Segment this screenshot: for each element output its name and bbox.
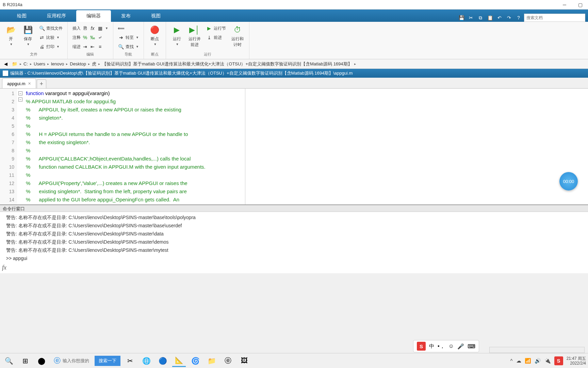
taskbar-search[interactable]: ⓔ 输入你想搜的	[51, 356, 92, 365]
run-advance-icon: ▶│	[189, 25, 200, 35]
save-button[interactable]: 💾 保存 ▼	[20, 24, 35, 47]
tab-editor[interactable]: 编辑器	[76, 10, 111, 22]
minimize-button[interactable]: ─	[559, 1, 570, 8]
run-time-button[interactable]: ⏱ 运行和 计时	[229, 24, 246, 48]
close-tab-icon[interactable]: ×	[28, 81, 31, 86]
find-button[interactable]: 🔍查找▼	[117, 42, 140, 51]
main-tab-row: 绘图 应用程序 编辑器 发布 视图 💾 ✂ ⧉ 📋 ↶ ↷ ?	[0, 10, 588, 22]
findfiles-button[interactable]: 🔍查找文件	[37, 24, 64, 33]
add-tab-button[interactable]: +	[37, 79, 46, 88]
quick-cut-icon[interactable]: ✂	[467, 14, 475, 22]
ime-tray-icon[interactable]: S	[554, 356, 563, 365]
back-icon[interactable]: ◀	[2, 60, 10, 68]
sogou-ime-icon[interactable]: S	[417, 342, 426, 351]
code-editor[interactable]: 1234567891011121314 − − function varargo…	[0, 89, 588, 204]
nav-back-button[interactable]: ⟸	[117, 24, 140, 33]
tab-view[interactable]: 视图	[141, 10, 171, 22]
obs-icon[interactable]: ⬤	[35, 355, 48, 367]
indent-icon: ⇥	[82, 44, 88, 50]
ime-punct-icon[interactable]: •，	[438, 343, 445, 350]
editor-title: 编辑器 - C:\Users\lenovo\Desktop\虎\【验证码识别】基…	[10, 70, 353, 76]
matlab-icon[interactable]: 📐	[172, 355, 186, 367]
goto-button[interactable]: ➜转至▼	[117, 33, 140, 42]
app-icon-1[interactable]: ✂	[123, 355, 137, 367]
run-advance-button[interactable]: ▶│ 运行并 前进	[186, 24, 203, 48]
code-content[interactable]: function varargout = appgui(varargin)% A…	[24, 89, 588, 204]
run-section-button[interactable]: ▶运行节	[205, 24, 227, 33]
maximize-button[interactable]: ▢	[575, 1, 585, 8]
search-button[interactable]: 搜索一下	[95, 356, 120, 366]
breakpoint-icon: 🔴	[149, 25, 160, 35]
run-button[interactable]: ▶ 运行 ▼	[169, 24, 184, 47]
volume-icon[interactable]: 🔊	[535, 358, 541, 364]
smart-indent-icon: ≡	[97, 44, 103, 50]
run-time-icon: ⏱	[232, 25, 243, 35]
tray-chevron-icon[interactable]: ^	[510, 358, 513, 364]
tab-publish[interactable]: 发布	[111, 10, 141, 22]
timer-badge[interactable]: 00:00	[559, 172, 578, 190]
breakpoints-button[interactable]: 🔴 断点 ▼	[147, 24, 162, 47]
search-docs-input[interactable]	[524, 14, 585, 22]
comment-button[interactable]: 注释 % ‰ ⤶	[71, 33, 110, 42]
insert-icon: ▦	[97, 25, 103, 31]
file-tab-appgui[interactable]: appgui.m ×	[2, 78, 36, 88]
arrow-left-icon: ⟸	[118, 25, 124, 31]
search-icon[interactable]: 🔍	[2, 355, 16, 367]
ime-lang[interactable]: 中	[429, 343, 434, 350]
quick-redo-icon[interactable]: ↷	[505, 14, 513, 22]
chrome-icon[interactable]: 🌐	[140, 355, 153, 367]
photos-icon[interactable]: 🖼	[238, 355, 251, 367]
ime-emoji-icon[interactable]: ☺	[448, 343, 454, 349]
ime-keyboard-icon[interactable]: ⌨	[468, 343, 475, 350]
advance-icon: ⤓	[206, 34, 212, 41]
quick-undo-icon[interactable]: ↶	[495, 14, 504, 22]
quick-save-icon[interactable]: 💾	[457, 14, 466, 22]
fold-toggle-icon[interactable]: −	[18, 91, 22, 95]
insert-section-icon: 🖹	[82, 25, 88, 31]
crumb-desktop[interactable]: Desktop	[69, 61, 87, 66]
quick-paste-icon[interactable]: 📋	[486, 14, 494, 22]
quick-help-icon[interactable]: ?	[514, 14, 523, 22]
chevron-down-icon: ▼	[153, 43, 157, 46]
tab-plot[interactable]: 绘图	[7, 10, 37, 22]
ime-voice-icon[interactable]: 🎤	[457, 343, 464, 350]
browser-icon[interactable]: 🔵	[156, 355, 169, 367]
quick-copy-icon[interactable]: ⧉	[476, 14, 485, 22]
indent-button[interactable]: 缩进 ⇥ ⇤ ≡	[71, 42, 110, 51]
compare-button[interactable]: ⇄比较▼	[37, 33, 64, 42]
status-bar	[489, 347, 585, 353]
fold-toggle-icon[interactable]: −	[18, 97, 22, 102]
edge-icon[interactable]: ⓔ	[221, 355, 235, 367]
find-icon: 🔍	[118, 44, 124, 50]
save-icon: 💾	[22, 25, 33, 35]
crumb-c[interactable]: C:	[23, 61, 29, 66]
fx-prompt-icon[interactable]: fx	[2, 264, 6, 271]
crumb-users[interactable]: Users	[33, 61, 46, 66]
explorer-icon[interactable]: 📁	[205, 355, 218, 367]
ime-toolbar[interactable]: S 中 •， ☺ 🎤 ⌨	[413, 340, 479, 352]
crumb-lenovo[interactable]: lenovo	[50, 61, 65, 66]
goto-icon: ➜	[118, 34, 124, 41]
battery-icon[interactable]: 🔌	[544, 358, 551, 364]
print-button[interactable]: 🖨打印▼	[37, 42, 64, 51]
document-icon	[3, 71, 8, 76]
group-label-edit: 编辑	[71, 51, 110, 58]
compare-icon: ⇄	[39, 34, 45, 41]
crumb-folder2[interactable]: 【验证码识别】基于matlab GUI遗传算法和最大熵优化+大津法（OTSU）+…	[101, 61, 353, 67]
folder-icon[interactable]: 📁	[11, 60, 18, 68]
open-button[interactable]: 📂 开 ▼	[3, 24, 18, 47]
group-label-nav: 导航	[117, 51, 140, 58]
crumb-folder1[interactable]: 虎	[91, 61, 97, 67]
command-window[interactable]: 警告: 名称不存在或不是目录: C:\Users\lenovo\Desktop\…	[0, 212, 588, 273]
wifi-icon[interactable]: 📶	[525, 358, 531, 364]
editor-split-divider[interactable]	[245, 89, 245, 204]
tab-apps[interactable]: 应用程序	[37, 10, 76, 22]
group-label-file: 文件	[3, 51, 64, 58]
task-view-icon[interactable]: ⊞	[18, 355, 32, 367]
app-icon-2[interactable]: 🌀	[189, 355, 202, 367]
insert-button[interactable]: 插入 🖹 fx ▦▼	[71, 24, 110, 33]
tray-clock[interactable]: 21:47 周五 2022/2/4	[567, 356, 586, 366]
advance-button[interactable]: ⤓前进	[205, 33, 227, 42]
outdent-icon: ⇤	[89, 44, 96, 50]
onedrive-icon[interactable]: ☁	[516, 358, 521, 364]
